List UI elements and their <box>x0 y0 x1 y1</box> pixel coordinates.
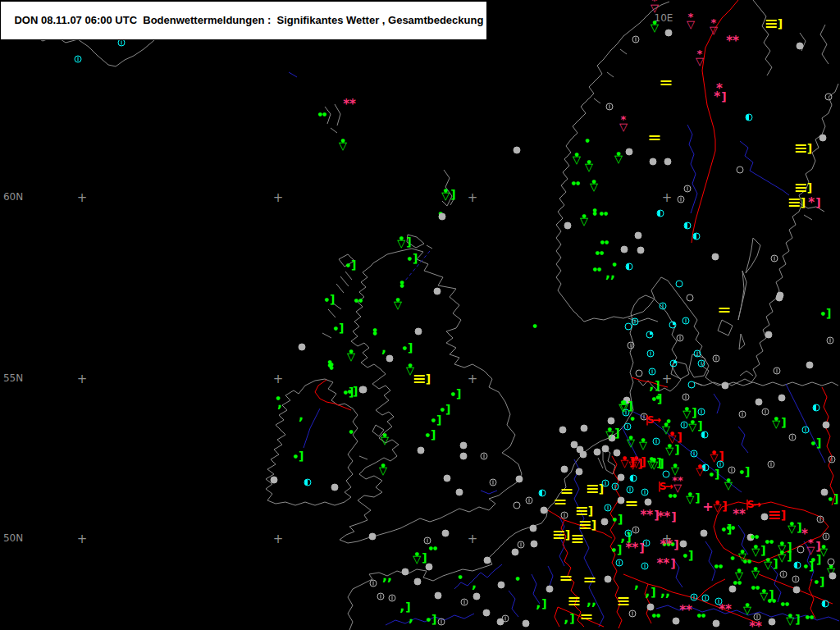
rain-shower-symbol: ●▽ <box>585 160 593 171</box>
station-cloud-circle-half-cyan <box>626 263 633 271</box>
station-overcast-circle <box>564 222 572 230</box>
station-overcast-circle <box>729 586 737 593</box>
station-cloud-circle-open-cyan <box>676 281 683 288</box>
station-overcast-circle <box>829 573 837 580</box>
station-overcast-circle <box>665 30 673 37</box>
rain-shower-symbol: ●▽ <box>627 436 635 447</box>
station-overcast-circle <box>580 451 587 459</box>
station-overcast-circle <box>460 453 468 460</box>
rain-shower-symbol: ●▽ <box>580 214 588 226</box>
rain-shower-symbol-recent: ●▽] <box>686 491 700 504</box>
station-cloud-circle-vline <box>628 342 635 349</box>
station-cloud-circle-open-cyan <box>688 381 696 389</box>
graticule-cross: + <box>468 532 478 546</box>
station-overcast-circle <box>713 620 720 628</box>
fog-symbol-recent: ] <box>796 142 812 155</box>
rain-dot: ● <box>532 324 536 327</box>
ice-fog-symbol: ] <box>769 509 786 522</box>
station-overcast-circle <box>516 476 523 483</box>
station-cloud-circle-vline-cyan <box>625 530 632 537</box>
station-cloud-circle-open <box>636 370 643 377</box>
rain-dot-recent: ●] <box>821 307 832 320</box>
station-cloud-circle-vline-cyan <box>627 486 634 494</box>
station-cloud-circle-half-cyan <box>813 404 820 412</box>
station-cloud-circle-vline-cyan <box>698 360 705 368</box>
rain-shower-symbol-recent: ●▽] <box>772 416 786 429</box>
graticule-cross: + <box>77 372 88 386</box>
blowing-snow-cross-symbol: + <box>702 502 713 512</box>
rain-dot: ● <box>655 395 660 399</box>
station-cloud-circle-vline-cyan <box>802 427 810 434</box>
graticule-label: 60N <box>3 191 23 203</box>
rain-dot-recent: ●] <box>441 403 451 416</box>
intermittent-rain: ●● <box>600 212 608 215</box>
station-overcast-circle <box>571 441 578 449</box>
rain-shower-symbol: ●▽ <box>651 21 659 32</box>
station-overcast-circle <box>483 609 491 617</box>
map-title-bar: DON 08.11.07 06:00 UTC Bodenwettermeldun… <box>0 1 487 40</box>
station-cloud-circle-vline <box>827 337 834 345</box>
station-overcast-circle <box>602 445 609 453</box>
moderate-snow-recent: **] <box>660 538 678 551</box>
station-cloud-circle-vline-cyan <box>641 489 649 496</box>
station-overcast-circle <box>793 587 801 594</box>
rain-dot-recent: ●] <box>431 413 442 427</box>
station-overcast-circle <box>765 331 773 339</box>
station-overcast-circle <box>541 507 548 514</box>
mist-symbol <box>650 134 660 142</box>
station-cloud-circle-half-cyan <box>304 479 312 486</box>
station-cloud-circle-vline <box>774 368 781 375</box>
station-cloud-circle-vline <box>629 610 637 618</box>
station-cloud-circle-vline <box>561 512 568 519</box>
mist-symbol <box>562 487 573 495</box>
station-cloud-circle-half-cyan <box>539 490 546 497</box>
rain-dot-recent: ●] <box>334 322 345 335</box>
snow-shower-symbol: *▽ <box>651 0 659 11</box>
rain-dot-recent: ●] <box>344 386 354 399</box>
drizzle: , <box>472 579 477 589</box>
station-overcast-circle <box>484 557 491 564</box>
rain-shower-symbol: ●▽ <box>738 550 746 561</box>
station-overcast-circle <box>473 593 481 600</box>
station-cloud-circle-vline <box>768 461 775 468</box>
station-overcast-circle <box>576 468 583 476</box>
mist-symbol <box>719 306 730 314</box>
station-cloud-circle-vline <box>632 527 640 534</box>
continuous-drizzle: ,, <box>587 596 596 606</box>
station-overcast-circle <box>761 514 769 521</box>
rain-dot: ● <box>630 417 634 420</box>
rain-shower-symbol-recent: ●▽] <box>682 406 696 419</box>
station-cloud-circle-vline <box>823 533 830 541</box>
station-overcast-circle <box>823 422 830 429</box>
drifting-snow-symbol: |S→ <box>645 417 659 424</box>
intermittent-rain: ●● <box>781 602 789 605</box>
graticule-label: 55N <box>3 372 23 384</box>
station-overcast-circle <box>514 147 521 154</box>
station-cloud-circle-vline-cyan <box>694 350 701 358</box>
station-cloud-circle-vline <box>490 479 497 486</box>
rain-shower-symbol-recent: ●▽] <box>397 235 411 249</box>
snow-shower-symbol: *▽ <box>696 50 704 66</box>
intermittent-rain: ●● <box>697 614 705 617</box>
station-overcast-circle <box>386 355 394 363</box>
station-overcast-circle <box>601 518 609 526</box>
drizzle: , <box>409 613 413 623</box>
rain-dot-recent: ●] <box>451 387 462 400</box>
graticule-cross: + <box>273 190 284 205</box>
station-cloud-circle-half-cyan <box>794 562 801 569</box>
continuous-rain: ●● <box>399 281 404 288</box>
station-overcast-circle <box>618 474 625 482</box>
station-cloud-circle-vline-cyan <box>605 504 612 512</box>
station-cloud-circle-vline <box>461 599 468 606</box>
station-cloud-circle-vline <box>789 434 797 441</box>
station-cloud-circle-vline <box>438 619 445 626</box>
station-cloud-circle-vline <box>739 411 746 418</box>
station-cloud-circle-vline <box>792 576 800 583</box>
moderate-snow-recent: **] <box>657 510 676 523</box>
heavy-snow-shower-symbol: **▽ <box>672 477 683 492</box>
rain-shower-symbol-recent: ●▽] <box>751 544 765 557</box>
station-cloud-circle-vline <box>526 497 533 504</box>
station-cloud-circle-vline-cyan <box>653 438 660 445</box>
station-cloud-circle-half-cyan <box>657 210 664 217</box>
station-overcast-circle <box>439 213 446 221</box>
